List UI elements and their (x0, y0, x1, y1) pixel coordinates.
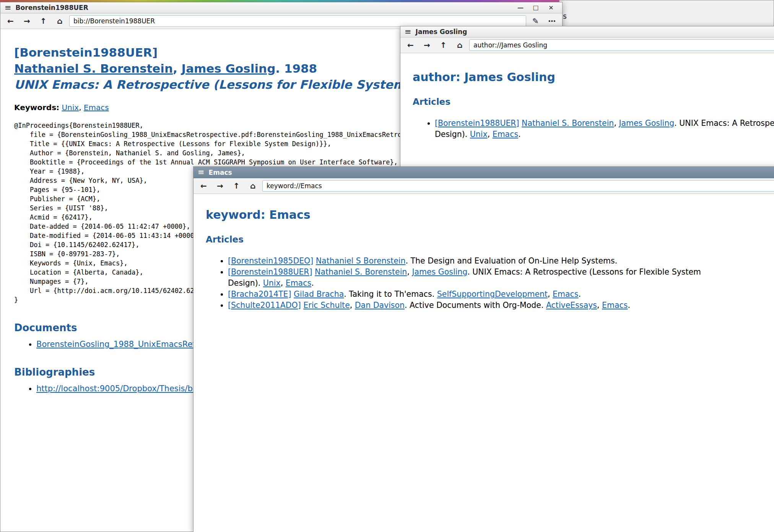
author-link[interactable]: Dan Davison (355, 301, 405, 310)
background-window-text: s (563, 12, 567, 20)
up-button[interactable]: ↑ (436, 39, 450, 52)
author-page: author: James Gosling Articles [Borenste… (400, 53, 774, 167)
window-title: James Gosling (416, 28, 467, 36)
up-button[interactable]: ↑ (36, 15, 50, 28)
article-item: [Borenstein1985DEO] Nathaniel S Borenste… (228, 255, 774, 267)
article-line: Design). Unix, Emacs. (228, 278, 774, 289)
window-title: Borenstein1988UER (16, 4, 88, 11)
article-item: [Borenstein1988UER] Nathaniel S. Borenst… (435, 118, 774, 140)
author-link-gosling[interactable]: James Gosling (182, 62, 276, 75)
author-link[interactable]: Gilad Bracha (294, 290, 344, 299)
article-item: [Schulte2011ADO] Eric Schulte, Dan Davis… (228, 300, 774, 311)
forward-button[interactable]: → (213, 180, 227, 192)
author-link[interactable]: Eric Schulte (303, 301, 350, 310)
keyword-page: keyword: Emacs Articles [Borenstein1985D… (194, 194, 774, 532)
keyword-link[interactable]: SelfSupportingDevelopment (437, 290, 548, 299)
keywords-label: Keywords: (14, 103, 59, 112)
author-link[interactable]: Nathaniel S Borenstein (316, 256, 406, 265)
forward-button[interactable]: → (20, 15, 34, 28)
desktop: s ≡ Borenstein1988UER — □ × ← → ↑ ⌂ ✎ ⋯ … (0, 0, 774, 532)
articles-heading: Articles (206, 234, 774, 244)
keyword-link-unix[interactable]: Unix (62, 103, 79, 112)
bib-entry-link[interactable]: [Bracha2014TE] (228, 290, 291, 299)
home-button[interactable]: ⌂ (453, 39, 467, 52)
bib-entry-link[interactable]: [Schulte2011ADO] (228, 301, 301, 310)
articles-list: [Borenstein1988UER] Nathaniel S. Borenst… (413, 118, 774, 140)
article-line: [Borenstein1985DEO] Nathaniel S Borenste… (228, 255, 774, 267)
author-link[interactable]: James Gosling (619, 119, 674, 128)
up-button[interactable]: ↑ (229, 180, 244, 192)
keyword-link-emacs[interactable]: Emacs (602, 301, 628, 310)
maximize-button[interactable]: □ (531, 3, 540, 12)
text: . (311, 278, 314, 288)
keyword-link-unix[interactable]: Unix (263, 278, 281, 288)
article-item: [Bracha2014TE] Gilad Bracha. Taking it t… (228, 289, 774, 300)
keyword-link-emacs[interactable]: Emacs (286, 278, 311, 288)
more-button[interactable]: ⋯ (545, 15, 559, 28)
bib-entry-link[interactable]: [Borenstein1988UER] (228, 267, 312, 277)
bib-entry-link[interactable]: [Borenstein1988UER] (435, 119, 519, 128)
author-separator: , (173, 62, 182, 75)
article-line: [Bracha2014TE] Gilad Bracha. Taking it t… (228, 289, 774, 300)
text: , (548, 290, 553, 299)
article-title-text: . Active Documents with Org-Mode. (405, 301, 546, 310)
back-button[interactable]: ← (3, 15, 18, 28)
keyword-link-emacs[interactable]: Emacs (553, 290, 578, 299)
menu-icon[interactable]: ≡ (5, 4, 11, 12)
page-title: author: James Gosling (413, 70, 774, 84)
entry-year: . 1988 (275, 62, 317, 75)
minimize-button[interactable]: — (516, 3, 525, 12)
article-line: [Borenstein1988UER] Nathaniel S. Borenst… (435, 118, 774, 129)
text: , (350, 301, 355, 310)
window-controls: — □ × (516, 3, 558, 12)
text: . (518, 130, 521, 139)
text: , (614, 119, 619, 128)
keyword-separator: , (79, 103, 84, 112)
article-line: [Borenstein1988UER] Nathaniel S. Borenst… (228, 267, 774, 278)
article-title-text: . Taking it to Th'emacs. (344, 290, 437, 299)
url-input[interactable] (469, 39, 774, 51)
bib-entry-link[interactable]: [Borenstein1985DEO] (228, 256, 313, 265)
keyword-link-unix[interactable]: Unix (470, 130, 488, 139)
author-link[interactable]: Nathaniel S. Borenstein (522, 119, 614, 128)
page-title: keyword: Emacs (206, 208, 774, 221)
keyword-link-emacs[interactable]: Emacs (493, 130, 518, 139)
article-title-text: . UNIX Emacs: A Retrospective (Lessons f… (467, 267, 701, 277)
url-input[interactable] (262, 180, 774, 192)
text: , (407, 267, 412, 277)
text: , (488, 130, 493, 139)
menu-icon[interactable]: ≡ (405, 28, 411, 36)
article-line: [Schulte2011ADO] Eric Schulte, Dan Davis… (228, 300, 774, 311)
edit-button[interactable]: ✎ (528, 15, 543, 28)
text: , (597, 301, 602, 310)
titlebar[interactable]: ≡ Emacs (194, 167, 774, 178)
keyword-link[interactable]: ActiveEssays (546, 301, 597, 310)
article-title-text: Design). (228, 278, 263, 288)
nav-toolbar: ← → ↑ ⌂ ✎ ⋯ (194, 178, 774, 194)
back-button[interactable]: ← (403, 39, 418, 52)
window-keyword-emacs: ≡ Emacs ← → ↑ ⌂ ✎ ⋯ keyword: Emacs Artic… (193, 166, 774, 532)
article-title-text: . The Design and Evaluation of On-Line H… (406, 256, 618, 265)
nav-toolbar: ← → ↑ ⌂ ✎ ⋯ (400, 37, 774, 53)
window-author-james-gosling: ≡ James Gosling ← → ↑ ⌂ ✎ ⋯ author: Jame… (400, 26, 774, 167)
menu-icon[interactable]: ≡ (198, 168, 205, 176)
text: , (281, 278, 286, 288)
titlebar[interactable]: ≡ James Gosling (400, 26, 774, 37)
back-button[interactable]: ← (197, 180, 211, 192)
close-button[interactable]: × (546, 3, 556, 12)
keyword-link-emacs[interactable]: Emacs (84, 103, 109, 112)
home-button[interactable]: ⌂ (53, 15, 67, 28)
author-link-borenstein[interactable]: Nathaniel S. Borenstein (14, 62, 173, 75)
forward-button[interactable]: → (420, 39, 434, 52)
text: . (628, 301, 631, 310)
author-link[interactable]: James Gosling (412, 267, 467, 277)
article-title-text: . UNIX Emacs: A Retrospective (Lessons f… (674, 119, 774, 128)
article-title-text: Design). (435, 130, 470, 139)
home-button[interactable]: ⌂ (246, 180, 260, 192)
url-input[interactable] (69, 15, 526, 27)
articles-heading: Articles (413, 97, 774, 107)
titlebar[interactable]: ≡ Borenstein1988UER — □ × (0, 2, 562, 13)
article-item: [Borenstein1988UER] Nathaniel S. Borenst… (228, 267, 774, 289)
text: . (579, 290, 581, 299)
author-link[interactable]: Nathaniel S. Borenstein (315, 267, 407, 277)
